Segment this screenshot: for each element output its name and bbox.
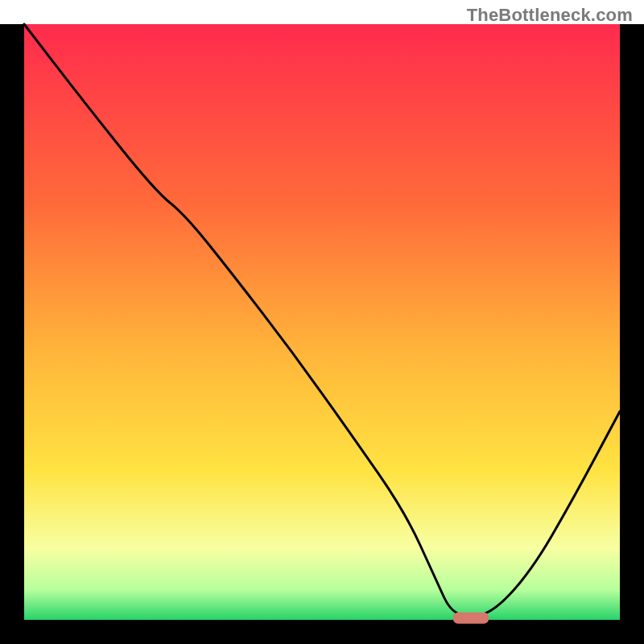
bottleneck-chart [0,0,644,644]
watermark-text: TheBottleneck.com [467,5,633,26]
optimal-range-marker [453,613,489,624]
chart-background-gradient [24,24,620,620]
